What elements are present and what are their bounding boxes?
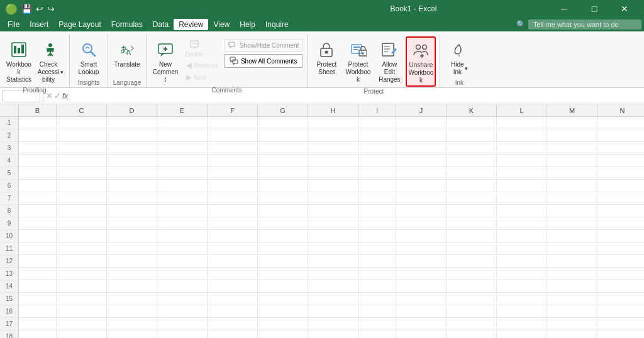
- new-comment-button[interactable]: NewComment: [150, 36, 180, 85]
- cell-I13[interactable]: [358, 268, 396, 280]
- menu-item-view[interactable]: View: [208, 19, 235, 30]
- col-header-M[interactable]: M: [547, 104, 597, 116]
- cell-L5[interactable]: [497, 167, 547, 180]
- cell-K10[interactable]: [447, 230, 497, 243]
- cell-E2[interactable]: [157, 129, 208, 142]
- col-header-I[interactable]: I: [358, 104, 396, 116]
- cell-F5[interactable]: [208, 167, 258, 180]
- cell-B14[interactable]: [19, 280, 57, 293]
- cell-N17[interactable]: [597, 318, 644, 330]
- cell-E11[interactable]: [157, 243, 208, 255]
- cell-E17[interactable]: [157, 318, 208, 330]
- cell-M15[interactable]: [547, 293, 597, 305]
- cell-F4[interactable]: [208, 155, 258, 167]
- cell-H3[interactable]: [308, 142, 358, 155]
- cell-L6[interactable]: [497, 180, 547, 192]
- cell-B3[interactable]: [19, 142, 57, 155]
- protect-workbook-button[interactable]: ProtectWorkbook: [343, 36, 373, 85]
- col-header-F[interactable]: F: [208, 104, 258, 116]
- cell-N6[interactable]: [597, 180, 644, 192]
- cell-D11[interactable]: [107, 243, 157, 255]
- cell-J1[interactable]: [396, 117, 447, 129]
- cell-M9[interactable]: [547, 217, 597, 230]
- cell-M1[interactable]: [547, 117, 597, 129]
- cell-B5[interactable]: [19, 167, 57, 180]
- cell-L10[interactable]: [497, 230, 547, 243]
- cell-L3[interactable]: [497, 142, 547, 155]
- cell-K18[interactable]: [447, 330, 497, 338]
- cell-D12[interactable]: [107, 255, 157, 268]
- protect-sheet-button[interactable]: ProtectSheet: [311, 36, 341, 78]
- cell-F18[interactable]: [208, 330, 258, 338]
- cell-K8[interactable]: [447, 205, 497, 217]
- cell-F6[interactable]: [208, 180, 258, 192]
- cell-G14[interactable]: [258, 280, 308, 293]
- cell-L8[interactable]: [497, 205, 547, 217]
- cell-E10[interactable]: [157, 230, 208, 243]
- cell-D9[interactable]: [107, 217, 157, 230]
- cell-L18[interactable]: [497, 330, 547, 338]
- cell-L12[interactable]: [497, 255, 547, 268]
- cell-E13[interactable]: [157, 268, 208, 280]
- cell-B17[interactable]: [19, 318, 57, 330]
- cell-N13[interactable]: [597, 268, 644, 280]
- next-comment-button[interactable]: ▶ Next: [183, 72, 221, 83]
- cell-N9[interactable]: [597, 217, 644, 230]
- cell-C3[interactable]: [57, 142, 107, 155]
- cell-N12[interactable]: [597, 255, 644, 268]
- cell-K7[interactable]: [447, 192, 497, 205]
- cell-K6[interactable]: [447, 180, 497, 192]
- cell-I4[interactable]: [358, 155, 396, 167]
- cell-M12[interactable]: [547, 255, 597, 268]
- cell-B18[interactable]: [19, 330, 57, 338]
- cell-L14[interactable]: [497, 280, 547, 293]
- cell-D14[interactable]: [107, 280, 157, 293]
- maximize-button[interactable]: □: [580, 0, 609, 18]
- cell-B15[interactable]: [19, 293, 57, 305]
- cell-C2[interactable]: [57, 129, 107, 142]
- cell-M7[interactable]: [547, 192, 597, 205]
- cell-I8[interactable]: [358, 205, 396, 217]
- cell-J18[interactable]: [396, 330, 447, 338]
- menu-item-file[interactable]: File: [3, 19, 25, 30]
- cell-B13[interactable]: [19, 268, 57, 280]
- cell-B9[interactable]: [19, 217, 57, 230]
- cell-C15[interactable]: [57, 293, 107, 305]
- col-header-J[interactable]: J: [396, 104, 447, 116]
- cell-D16[interactable]: [107, 305, 157, 318]
- cell-M16[interactable]: [547, 305, 597, 318]
- show-all-comments-button[interactable]: Show All Comments: [224, 54, 303, 68]
- cell-G5[interactable]: [258, 167, 308, 180]
- cell-G13[interactable]: [258, 268, 308, 280]
- cell-F1[interactable]: [208, 117, 258, 129]
- cell-L7[interactable]: [497, 192, 547, 205]
- allow-edit-ranges-button[interactable]: Allow EditRanges: [374, 36, 404, 85]
- cell-J5[interactable]: [396, 167, 447, 180]
- cell-G6[interactable]: [258, 180, 308, 192]
- cell-N11[interactable]: [597, 243, 644, 255]
- cell-E5[interactable]: [157, 167, 208, 180]
- cell-I14[interactable]: [358, 280, 396, 293]
- cell-C7[interactable]: [57, 192, 107, 205]
- cell-D8[interactable]: [107, 205, 157, 217]
- menu-item-formulas[interactable]: Formulas: [106, 19, 148, 30]
- cell-H4[interactable]: [308, 155, 358, 167]
- cell-H6[interactable]: [308, 180, 358, 192]
- cell-K17[interactable]: [447, 318, 497, 330]
- cell-C13[interactable]: [57, 268, 107, 280]
- cell-G3[interactable]: [258, 142, 308, 155]
- col-header-L[interactable]: L: [497, 104, 547, 116]
- cancel-formula-icon[interactable]: ✕: [46, 91, 53, 101]
- menu-item-insert[interactable]: Insert: [25, 19, 53, 30]
- cell-F16[interactable]: [208, 305, 258, 318]
- menu-item-review[interactable]: Review: [174, 19, 208, 30]
- cell-I17[interactable]: [358, 318, 396, 330]
- workbook-statistics-button[interactable]: WorkbookStatistics: [4, 36, 34, 85]
- hide-ink-button[interactable]: HideInk ▾: [444, 36, 474, 78]
- cell-M6[interactable]: [547, 180, 597, 192]
- cell-L15[interactable]: [497, 293, 547, 305]
- cell-E15[interactable]: [157, 293, 208, 305]
- cell-M13[interactable]: [547, 268, 597, 280]
- smart-lookup-button[interactable]: SmartLookup: [74, 36, 104, 78]
- cell-B1[interactable]: [19, 117, 57, 129]
